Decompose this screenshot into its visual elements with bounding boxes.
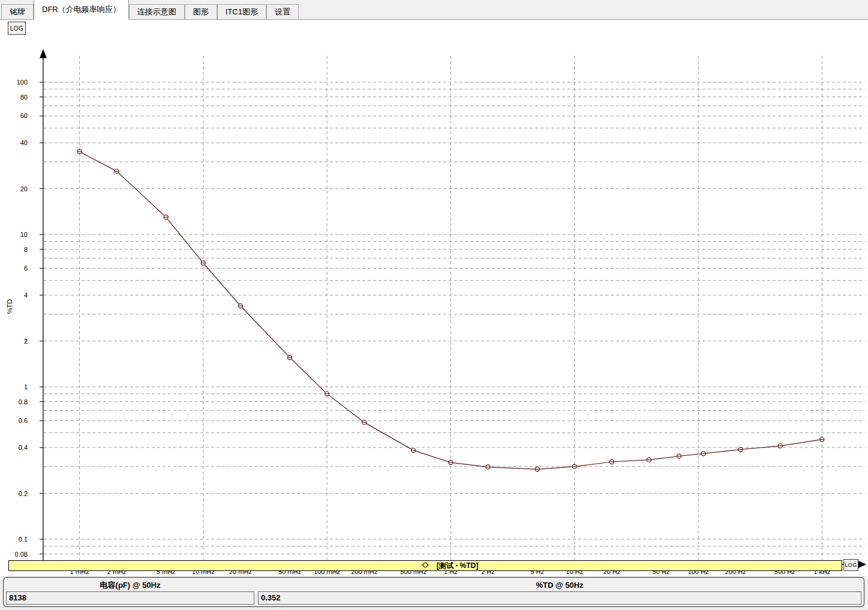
tab-connection-diagram[interactable]: 连接示意图 xyxy=(129,4,185,19)
x-axis-log-toggle-button[interactable]: LOG xyxy=(843,559,858,571)
svg-text:0.1: 0.1 xyxy=(19,536,28,543)
svg-text:80: 80 xyxy=(20,94,28,101)
horizontal-gridlines xyxy=(44,82,865,554)
svg-text:0.08: 0.08 xyxy=(15,551,28,558)
svg-text:0.8: 0.8 xyxy=(19,398,28,405)
svg-text:8: 8 xyxy=(24,246,28,253)
svg-text:10: 10 xyxy=(20,231,28,238)
y-axis-log-toggle-button[interactable]: LOG xyxy=(8,22,26,35)
chart-panel: 1008060402010864210.80.60.40.20.10.08%TD… xyxy=(0,20,868,576)
series-marker-icon xyxy=(421,561,430,570)
svg-text:20: 20 xyxy=(20,185,28,193)
tab-dfr[interactable]: DFR（介电频率响应） xyxy=(34,0,129,20)
td-value-field[interactable]: 0.352 xyxy=(258,591,861,605)
svg-text:40: 40 xyxy=(20,139,28,146)
capacitance-header: 电容(pF) @ 50Hz xyxy=(6,579,254,591)
td-header: %TD @ 50Hz xyxy=(258,579,861,591)
y-axis-arrow-icon xyxy=(40,49,47,58)
y-axis-title: %TD xyxy=(6,299,13,314)
vertical-gridlines xyxy=(80,56,822,563)
x-axis-arrow-icon xyxy=(858,561,866,568)
svg-text:0.6: 0.6 xyxy=(19,417,28,424)
svg-text:0.4: 0.4 xyxy=(19,444,28,451)
legend-series-label: [测试 - %TD] xyxy=(437,561,478,571)
svg-text:60: 60 xyxy=(20,112,28,119)
dfr-chart[interactable]: 1008060402010864210.80.60.40.20.10.08%TD… xyxy=(0,20,868,578)
svg-text:0.2: 0.2 xyxy=(19,490,28,497)
tab-bar: 铭牌DFR（介电频率响应）连接示意图图形ITC1图形设置 xyxy=(0,0,868,20)
readout-panel: 电容(pF) @ 50Hz 8138 %TD @ 50Hz 0.352 xyxy=(3,577,864,607)
svg-text:4: 4 xyxy=(24,292,28,299)
y-tick-labels: 1008060402010864210.80.60.40.20.10.08 xyxy=(15,79,44,558)
tab-nameplate[interactable]: 铭牌 xyxy=(1,4,34,19)
svg-text:2: 2 xyxy=(24,338,28,345)
capacitance-value-field[interactable]: 8138 xyxy=(6,591,254,605)
svg-text:6: 6 xyxy=(24,265,28,272)
svg-text:1: 1 xyxy=(24,383,28,390)
axes xyxy=(40,49,866,568)
tab-settings[interactable]: 设置 xyxy=(266,4,299,19)
legend-bar[interactable]: [测试 - %TD] xyxy=(8,560,842,571)
svg-text:100: 100 xyxy=(17,79,28,86)
tab-graph[interactable]: 图形 xyxy=(185,4,217,19)
tab-itc1-graph[interactable]: ITC1图形 xyxy=(217,4,266,19)
